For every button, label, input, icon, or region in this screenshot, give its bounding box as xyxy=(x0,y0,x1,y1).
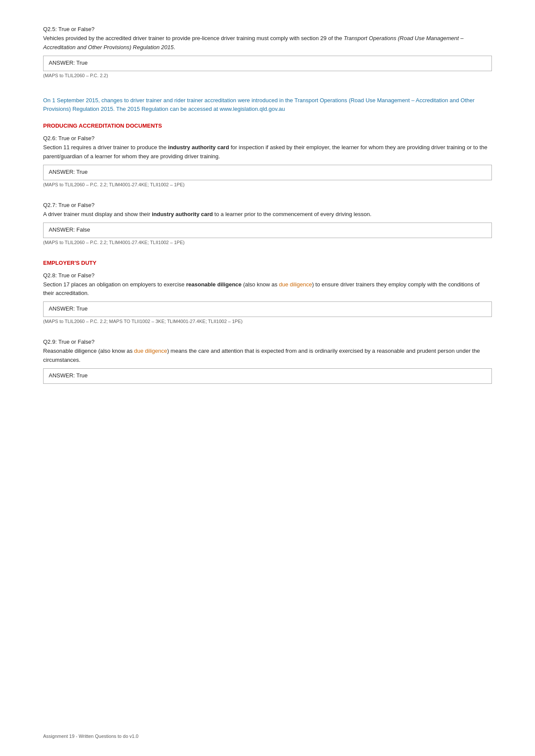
q26-maps-ref: (MAPS to TLIL2060 – P.C. 2.2; TLIM4001-2… xyxy=(43,182,492,187)
employer-section-heading: EMPLOYER'S DUTY xyxy=(43,260,492,266)
info-block: On 1 September 2015, changes to driver t… xyxy=(43,96,492,114)
q29-answer-label: ANSWER: True xyxy=(49,372,88,379)
q25-maps-ref: (MAPS to TLIL2060 – P.C. 2.2) xyxy=(43,73,492,78)
q27-answer-box: ANSWER: False xyxy=(43,223,492,238)
q27-maps-ref: (MAPS to TLIL2060 – P.C. 2.2; TLIM4001-2… xyxy=(43,240,492,245)
q26-answer-label: ANSWER: True xyxy=(49,169,88,175)
q25-text-part1: Vehicles provided by the accredited driv… xyxy=(43,35,344,41)
q28-answer-box: ANSWER: True xyxy=(43,301,492,317)
q28-section: Q2.8: True or False? Section 17 places a… xyxy=(43,272,492,324)
q25-label: Q2.5: True or False? xyxy=(43,26,492,32)
q28-answer-label: ANSWER: True xyxy=(49,305,88,312)
q26-text-part1: Section 11 requires a driver trainer to … xyxy=(43,144,168,151)
q26-section: Q2.6: True or False? Section 11 requires… xyxy=(43,135,492,187)
q29-text-orange: due diligence xyxy=(134,348,167,354)
q27-answer-label: ANSWER: False xyxy=(49,226,90,233)
q28-label: Q2.8: True or False? xyxy=(43,272,492,279)
q27-text: A driver trainer must display and show t… xyxy=(43,210,492,219)
q29-section: Q2.9: True or False? Reasonable diligenc… xyxy=(43,339,492,384)
q27-label: Q2.7: True or False? xyxy=(43,202,492,208)
q28-text-part1: Section 17 places an obligation on emplo… xyxy=(43,281,186,288)
q25-answer-label: ANSWER: True xyxy=(49,60,88,66)
q26-answer-box: ANSWER: True xyxy=(43,165,492,180)
q27-text-part1: A driver trainer must display and show t… xyxy=(43,211,152,217)
q27-text-part2: to a learner prior to the commencement o… xyxy=(213,211,372,217)
q28-text-orange: due diligence xyxy=(279,281,312,288)
q25-section: Q2.5: True or False? Vehicles provided b… xyxy=(43,26,492,78)
page-footer: Assignment 19 - Written Questions to do … xyxy=(43,734,138,739)
q29-answer-box: ANSWER: True xyxy=(43,368,492,384)
q26-text-bold: industry authority card xyxy=(168,144,229,151)
producing-section-heading: PRODUCING ACCREDITATION DOCUMENTS xyxy=(43,122,492,129)
q28-maps-ref: (MAPS to TLIL2060 – P.C. 2.2; MAPS TO TL… xyxy=(43,319,492,324)
q26-text: Section 11 requires a driver trainer to … xyxy=(43,143,492,161)
q28-text: Section 17 places an obligation on emplo… xyxy=(43,280,492,298)
q29-text-part1: Reasonable diligence (also know as xyxy=(43,348,134,354)
q26-label: Q2.6: True or False? xyxy=(43,135,492,141)
q25-text-part2: . xyxy=(174,44,175,50)
q29-text: Reasonable diligence (also know as due d… xyxy=(43,347,492,365)
q28-text-bold: reasonable diligence xyxy=(186,281,242,288)
q27-section: Q2.7: True or False? A driver trainer mu… xyxy=(43,202,492,245)
q29-label: Q2.9: True or False? xyxy=(43,339,492,345)
q25-answer-box: ANSWER: True xyxy=(43,56,492,71)
q27-text-bold: industry authority card xyxy=(152,211,213,217)
q28-text-part2: (also know as xyxy=(241,281,279,288)
q25-text: Vehicles provided by the accredited driv… xyxy=(43,34,492,52)
